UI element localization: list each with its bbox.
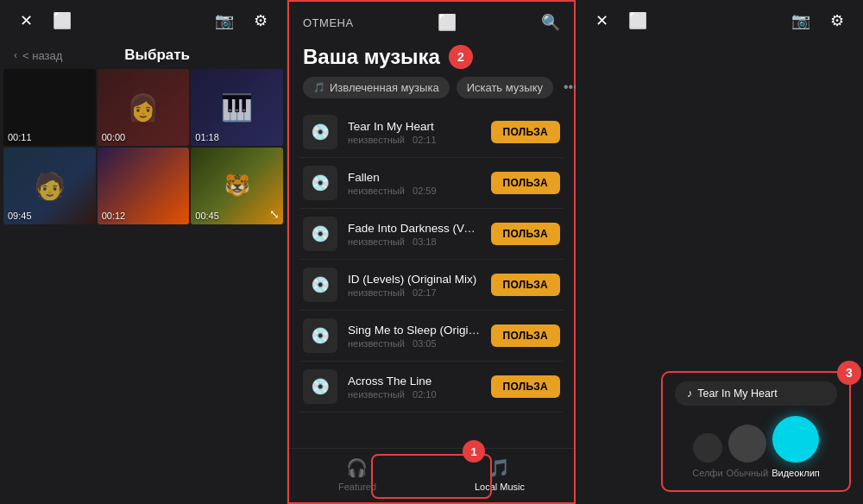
right-settings-icon[interactable]: ⚙ <box>825 9 849 33</box>
song-name-5: Sing Me to Sleep (Original Mix) <box>348 324 481 337</box>
back-chevron: ‹ <box>14 49 17 61</box>
cancel-button[interactable]: ОТМЕНА <box>303 16 354 29</box>
music-section-title: Ваша музыка <box>303 45 440 69</box>
song-item-3[interactable]: 💿 Fade Into Darkness (Vocal Radio Edit) … <box>299 209 564 260</box>
video-duration-2: 00:00 <box>102 132 126 142</box>
song-info-4: ID (Levels) (Original Mix) неизвестный 0… <box>348 273 481 298</box>
mid-panel: ОТМЕНА ⬜ 🔍 Ваша музыка 2 🎵 Извлеченная м… <box>287 0 576 504</box>
tab-local-music[interactable]: 🎵 Local Music <box>475 457 525 492</box>
step-badge-2: 2 <box>449 45 473 69</box>
use-button-4[interactable]: ПОЛЬЗА <box>491 274 560 296</box>
video-thumb-2[interactable]: 👩 00:00 <box>98 69 190 146</box>
selfie-circle <box>693 433 722 463</box>
song-item-1[interactable]: 💿 Tear In My Heart неизвестный 02:11 ПОЛ… <box>299 107 564 158</box>
video-duration-5: 00:12 <box>102 211 126 221</box>
song-note-icon: ♪ <box>687 387 692 400</box>
use-button-3[interactable]: ПОЛЬЗА <box>491 223 560 245</box>
video-thumb-5[interactable]: 00:12 <box>98 148 190 224</box>
step-badge-1: 1 <box>463 440 485 463</box>
song-info-1: Tear In My Heart неизвестный 02:11 <box>348 120 481 145</box>
music-tabs: 🎵 Извлеченная музыка Искать музыку ••• <box>289 76 574 107</box>
video-thumb-4[interactable]: 🧑 09:45 <box>3 148 96 224</box>
song-name-1: Tear In My Heart <box>348 120 481 133</box>
song-item-4[interactable]: 💿 ID (Levels) (Original Mix) неизвестный… <box>299 260 564 311</box>
left-top-left-icons: ✕ ⬜ <box>14 9 74 33</box>
back-label: < назад <box>22 49 62 62</box>
normal-circle <box>728 425 766 463</box>
screen-icon[interactable]: ⬜ <box>50 9 74 33</box>
song-meta-3: неизвестный 03:18 <box>348 236 481 247</box>
music-tab-icon: 🎵 <box>313 82 325 93</box>
video-grid: 00:11 👩 00:00 🎹 01:18 🧑 09:45 00:12 🐯 00… <box>0 69 287 224</box>
mid-top-bar: ОТМЕНА ⬜ 🔍 <box>289 2 574 43</box>
song-info-6: Across The Line неизвестный 02:10 <box>348 375 481 400</box>
video-thumb-3[interactable]: 🎹 01:18 <box>191 69 283 146</box>
right-song-name: Tear In My Heart <box>697 387 777 400</box>
song-list: 💿 Tear In My Heart неизвестный 02:11 ПОЛ… <box>289 107 574 448</box>
song-disc-icon-5: 💿 <box>311 326 330 345</box>
right-camera-icon[interactable]: 📷 <box>789 9 813 33</box>
right-song-tag[interactable]: ♪ Tear In My Heart <box>675 381 837 406</box>
song-meta-4: неизвестный 02:17 <box>348 287 481 298</box>
song-name-2: Fallen <box>348 171 481 184</box>
local-tab-label: Local Music <box>475 482 525 492</box>
song-meta-6: неизвестный 02:10 <box>348 389 481 400</box>
tab-extracted[interactable]: 🎵 Извлеченная музыка <box>303 77 450 98</box>
video-circle <box>772 416 819 463</box>
right-top-right-icons: 📷 ⚙ <box>789 9 849 33</box>
song-thumb-5: 💿 <box>303 318 337 353</box>
song-item-2[interactable]: 💿 Fallen неизвестный 02:59 ПОЛЬЗА <box>299 158 564 209</box>
video-thumb-6[interactable]: 🐯 00:45 ⤡ <box>191 148 283 224</box>
song-disc-icon-4: 💿 <box>311 275 330 294</box>
selfie-label: Селфи <box>692 468 722 478</box>
tab-search[interactable]: Искать музыку <box>457 77 553 98</box>
mode-selfie[interactable]: Селфи <box>692 433 722 478</box>
song-thumb-6: 💿 <box>303 369 337 404</box>
song-thumb-4: 💿 <box>303 268 337 302</box>
video-duration-4: 09:45 <box>8 211 32 221</box>
video-duration-6: 00:45 <box>195 211 219 221</box>
song-thumb-2: 💿 <box>303 166 337 200</box>
back-nav[interactable]: ‹ < назад Выбрать <box>0 41 287 69</box>
featured-tab-icon: 🎧 <box>346 457 368 478</box>
mid-screen-icon[interactable]: ⬜ <box>435 10 459 35</box>
left-top-bar: ✕ ⬜ 📷 ⚙ <box>0 0 287 41</box>
use-button-5[interactable]: ПОЛЬЗА <box>491 324 560 347</box>
song-name-6: Across The Line <box>348 375 481 387</box>
video-thumb-1[interactable]: 00:11 <box>3 69 96 146</box>
song-meta-2: неизвестный 02:59 <box>348 186 481 196</box>
right-top-left-icons: ✕ ⬜ <box>589 9 650 33</box>
step-badge-3: 3 <box>837 361 861 385</box>
right-mode-selector: Селфи Обычный Видеоклип <box>675 416 837 478</box>
tab-featured[interactable]: 🎧 Featured <box>338 457 376 492</box>
song-meta-5: неизвестный 03:05 <box>348 338 481 349</box>
right-screen-icon[interactable]: ⬜ <box>626 9 650 33</box>
left-top-right-icons: 📷 ⚙ <box>212 9 273 33</box>
featured-tab-label: Featured <box>338 482 376 492</box>
use-button-6[interactable]: ПОЛЬЗА <box>491 375 560 398</box>
song-item-5[interactable]: 💿 Sing Me to Sleep (Original Mix) неизве… <box>299 311 564 362</box>
settings-icon[interactable]: ⚙ <box>249 9 273 33</box>
normal-label: Обычный <box>727 468 769 478</box>
song-disc-icon-6: 💿 <box>311 377 330 396</box>
video-duration-3: 01:18 <box>195 132 219 142</box>
search-icon[interactable]: 🔍 <box>541 13 560 32</box>
use-button-2[interactable]: ПОЛЬЗА <box>491 172 560 194</box>
mode-video[interactable]: Видеоклип <box>772 416 820 478</box>
mid-top-right-icons: ⬜ <box>435 10 459 35</box>
video-duration-1: 00:11 <box>8 132 32 142</box>
right-close-icon[interactable]: ✕ <box>589 9 614 33</box>
use-button-1[interactable]: ПОЛЬЗА <box>491 121 560 143</box>
tab-extracted-label: Извлеченная музыка <box>330 81 439 94</box>
song-thumb-1: 💿 <box>303 115 337 149</box>
song-info-2: Fallen неизвестный 02:59 <box>348 171 481 196</box>
music-title-row: Ваша музыка 2 <box>289 43 574 76</box>
close-icon[interactable]: ✕ <box>14 9 38 33</box>
song-item-6[interactable]: 💿 Across The Line неизвестный 02:10 ПОЛЬ… <box>299 362 564 413</box>
song-thumb-3: 💿 <box>303 217 337 251</box>
mode-normal[interactable]: Обычный <box>727 425 769 478</box>
song-name-3: Fade Into Darkness (Vocal Radio Edit) <box>348 222 481 235</box>
right-panel: ✕ ⬜ 📷 ⚙ 3 ♪ Tear In My Heart Селфи Обычн… <box>576 0 863 504</box>
camera-icon[interactable]: 📷 <box>212 9 236 33</box>
song-meta-1: неизвестный 02:11 <box>348 135 481 145</box>
